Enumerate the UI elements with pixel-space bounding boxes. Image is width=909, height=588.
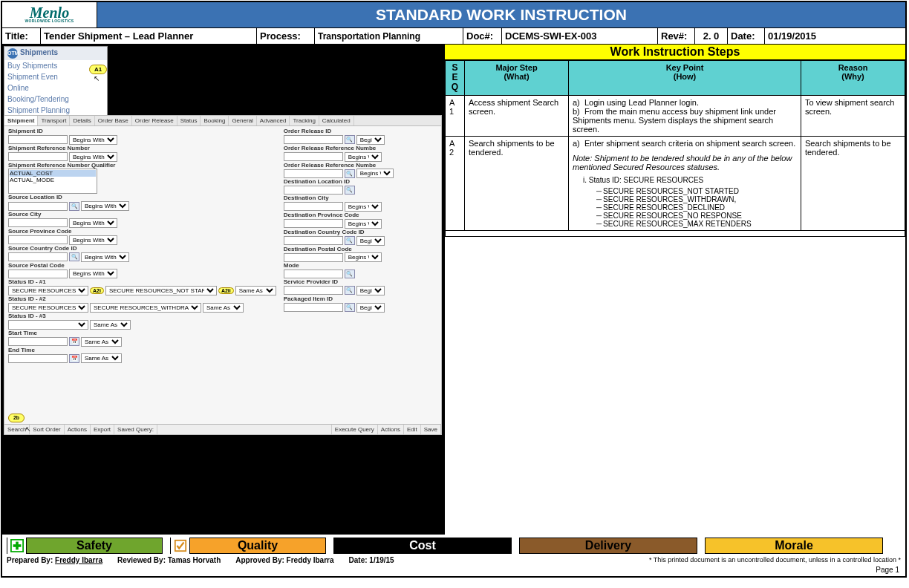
- badge-delivery: Delivery: [519, 538, 697, 554]
- ord-rel-ref-op[interactable]: Begins W: [345, 152, 382, 162]
- pkg-item-op[interactable]: Begin: [356, 303, 385, 313]
- mode-input[interactable]: [284, 270, 343, 278]
- tab-calculated[interactable]: Calculated: [319, 116, 354, 125]
- status1a-select[interactable]: SECURE RESOURCES: [8, 286, 88, 295]
- dest-prov-input[interactable]: [284, 219, 343, 228]
- reason-cell: To view shipment search screen.: [801, 95, 905, 136]
- tab-booking[interactable]: Booking: [201, 116, 229, 125]
- table-header-row: SEQ Major Step(What) Key Point(How) Reas…: [446, 61, 905, 96]
- src-prov-op[interactable]: Begins With: [69, 235, 117, 245]
- dest-city-op[interactable]: Begins W: [345, 202, 382, 212]
- dest-prov-op[interactable]: Begins W: [345, 219, 382, 229]
- tab-advanced[interactable]: Advanced: [257, 116, 290, 125]
- tab-order-release[interactable]: Order Release: [132, 116, 177, 125]
- lookup-icon[interactable]: 🔍: [345, 135, 355, 144]
- ord-rel-ref2-op[interactable]: Begins W: [356, 169, 394, 178]
- menu-online[interactable]: Online: [4, 82, 107, 94]
- search-tabs: Shipment Transport Details Order Base Or…: [4, 116, 441, 126]
- tab-order-base[interactable]: Order Base: [95, 116, 132, 125]
- logo-text: Menlo: [30, 7, 69, 19]
- lookup-icon[interactable]: 🔍: [345, 270, 355, 278]
- status2-op[interactable]: Same As: [203, 303, 244, 313]
- key-cell: a) Enter shipment search criteria on shi…: [569, 136, 801, 230]
- screenshot-panel: OTMShipments Buy Shipments Shipment Even…: [2, 45, 445, 535]
- ship-ref-input[interactable]: [8, 152, 68, 161]
- dest-city-input[interactable]: [284, 202, 343, 211]
- pkg-item-input[interactable]: [284, 303, 343, 312]
- action-sort[interactable]: Sort Order: [30, 425, 64, 434]
- doc-label: Doc#:: [463, 28, 502, 44]
- shipment-id-input[interactable]: [8, 135, 68, 144]
- dest-postal-op[interactable]: Begins W: [345, 252, 382, 262]
- src-prov-input[interactable]: [8, 235, 68, 244]
- status3a-select[interactable]: [8, 320, 88, 330]
- saved-query-field[interactable]: [157, 425, 332, 434]
- src-country-op[interactable]: Begins With: [81, 252, 129, 262]
- action-actions[interactable]: Actions: [65, 425, 91, 434]
- shipments-menu-header: OTMShipments: [4, 47, 107, 60]
- status1-op[interactable]: Same As: [235, 286, 276, 295]
- shipment-search-form: Shipment Transport Details Order Base Or…: [4, 115, 442, 435]
- tab-shipment[interactable]: Shipment: [4, 116, 38, 125]
- tab-tracking[interactable]: Tracking: [290, 116, 319, 125]
- form-left-col: Shipment IDBegins With Shipment Referenc…: [4, 126, 280, 424]
- start-time-op[interactable]: Same As: [81, 337, 122, 347]
- field-dest-city: Destination CityBegins W: [284, 195, 437, 212]
- tab-details[interactable]: Details: [70, 116, 94, 125]
- lookup-icon[interactable]: 🔍: [345, 286, 355, 295]
- menu-booking-tendering[interactable]: Booking/Tendering: [4, 94, 107, 105]
- src-city-op[interactable]: Begins With: [69, 218, 117, 228]
- major-cell: Access shipment Search screen.: [465, 95, 569, 136]
- ord-rel-input[interactable]: [284, 135, 343, 144]
- menu-shipment-planning[interactable]: Shipment Planning: [4, 105, 107, 116]
- end-time-op[interactable]: Same As: [81, 353, 122, 363]
- dest-loc-input[interactable]: [284, 186, 343, 195]
- end-time-input[interactable]: [8, 354, 68, 363]
- status2b-select[interactable]: SECURE RESOURCES_WITHDRAWN: [90, 303, 201, 313]
- start-time-input[interactable]: [8, 337, 68, 346]
- svc-prov-op[interactable]: Begin: [356, 286, 385, 295]
- list-item: SECURE RESOURCES_NO RESPONSE: [596, 212, 797, 220]
- lookup-icon[interactable]: 🔍: [345, 236, 355, 245]
- calendar-icon[interactable]: 📅: [69, 354, 79, 363]
- shipment-id-op[interactable]: Begins With: [69, 135, 117, 145]
- date-value: 01/19/2015: [765, 28, 905, 44]
- action-execute[interactable]: Execute Query: [332, 425, 378, 434]
- status1b-select[interactable]: SECURE RESOURCES_NOT STARTED: [105, 286, 217, 295]
- dest-postal-input[interactable]: [284, 253, 343, 262]
- tab-status[interactable]: Status: [177, 116, 201, 125]
- src-country-input[interactable]: [8, 252, 68, 261]
- src-loc-input[interactable]: [8, 202, 68, 211]
- dest-country-op[interactable]: Begin: [356, 236, 385, 246]
- status3-op[interactable]: Same As: [90, 320, 131, 330]
- ord-rel-ref2-input[interactable]: [284, 169, 343, 178]
- src-postal-input[interactable]: [8, 270, 68, 278]
- ord-rel-ref-input[interactable]: [284, 152, 343, 161]
- field-ord-rel-ref: Order Release Reference NumbeBegins W: [284, 146, 437, 162]
- action-save[interactable]: Save: [421, 425, 441, 434]
- signature-row: Prepared By: Freddy Ibarra Reviewed By: …: [2, 555, 905, 566]
- lookup-icon[interactable]: 🔍: [345, 169, 355, 178]
- lookup-icon[interactable]: 🔍: [69, 202, 79, 211]
- src-loc-op[interactable]: Begins With: [81, 201, 129, 211]
- dest-country-input[interactable]: [284, 236, 343, 245]
- svc-prov-input[interactable]: [284, 286, 343, 295]
- calendar-icon[interactable]: 📅: [69, 337, 79, 346]
- tab-general[interactable]: General: [229, 116, 256, 125]
- qualifier-listbox[interactable]: ACTUAL_COST ACTUAL_MODE: [8, 169, 97, 194]
- lookup-icon[interactable]: 🔍: [69, 252, 79, 261]
- tab-transport[interactable]: Transport: [38, 116, 70, 125]
- src-postal-op[interactable]: Begins With: [69, 269, 117, 278]
- lookup-icon[interactable]: 🔍: [345, 303, 355, 312]
- action-edit[interactable]: Edit: [404, 425, 421, 434]
- lookup-icon[interactable]: 🔍: [345, 186, 355, 195]
- action-export[interactable]: Export: [91, 425, 114, 434]
- status2a-select[interactable]: SECURE RESOURCES: [8, 303, 88, 313]
- ship-ref-op[interactable]: Begins With: [69, 152, 117, 162]
- src-city-input[interactable]: [8, 218, 68, 227]
- action-bar: Search Sort Order Actions Export Saved Q…: [4, 424, 441, 434]
- field-dest-postal: Destination Postal CodeBegins W: [284, 246, 437, 263]
- action-actions2[interactable]: Actions: [378, 425, 404, 434]
- ord-rel-op[interactable]: Begin: [356, 135, 385, 145]
- seq-cell: A2: [446, 136, 465, 230]
